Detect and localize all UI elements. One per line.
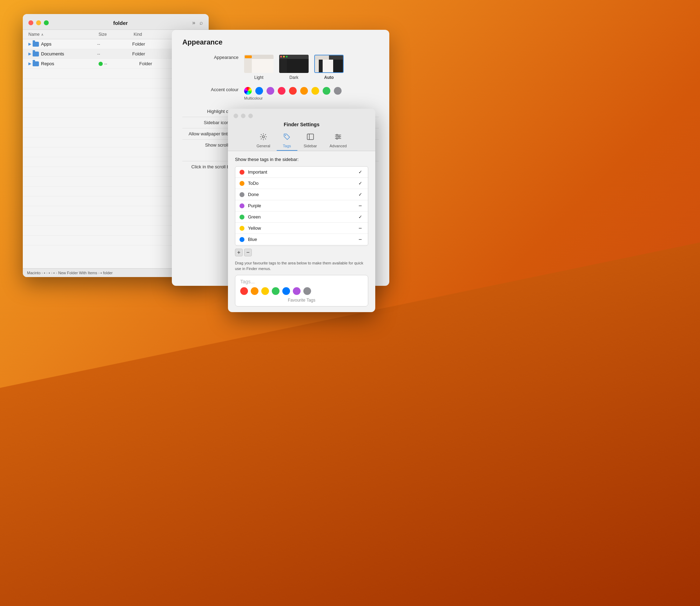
accent-colour-label: Accent colour (182, 87, 238, 92)
tab-sidebar[interactable]: Sidebar (297, 130, 323, 151)
breadcrumb-sep: › (46, 271, 48, 275)
settings-window-title: Finder Settings (234, 122, 370, 127)
list-item[interactable]: Done ✓ (235, 189, 368, 200)
appearance-mode-row: Appearance Light (182, 55, 379, 80)
search-icon[interactable]: ⌕ (200, 20, 203, 26)
favourite-tags-box: Tags... Favourite Tags (235, 275, 368, 307)
add-tag-button[interactable]: + (235, 249, 243, 256)
fav-dot-yellow[interactable] (261, 287, 269, 295)
svg-point-8 (338, 136, 340, 137)
fav-dot-red[interactable] (240, 287, 248, 295)
breadcrumb-folder-icon: ▪ (101, 271, 102, 275)
svg-rect-2 (307, 134, 314, 140)
dark-mode-thumbnail[interactable] (279, 55, 309, 73)
tag-color-dot (240, 192, 244, 197)
breadcrumb-sep: › (98, 271, 100, 275)
breadcrumb-item: New Folder With Items (58, 271, 97, 275)
status-badge (99, 62, 103, 66)
tab-tags[interactable]: Tags (277, 130, 297, 151)
settings-tabs: General Tags (234, 130, 370, 151)
tab-general-label: General (256, 144, 270, 148)
tab-advanced[interactable]: Advanced (323, 130, 353, 151)
tag-name-label: ToDo (248, 181, 357, 186)
fav-dot-gray[interactable] (303, 287, 311, 295)
mode-auto[interactable]: Auto (314, 55, 344, 80)
gray-circle[interactable] (334, 87, 342, 95)
favourite-color-circles (240, 287, 363, 295)
list-item[interactable]: Important ✓ (235, 167, 368, 178)
file-name: Documents (41, 51, 97, 56)
tag-name-label: Done (248, 192, 357, 197)
settings-body: Show these tags in the sidebar: Importan… (228, 151, 375, 312)
expand-chevron-icon: ▶ (28, 52, 31, 56)
name-column-header[interactable]: Name ∧ (28, 32, 99, 37)
auto-mode-thumbnail[interactable] (314, 55, 344, 73)
mode-light[interactable]: Light (244, 55, 274, 80)
purple-circle[interactable] (267, 87, 274, 95)
chevron-icon[interactable]: » (192, 20, 195, 26)
green-circle[interactable] (323, 87, 330, 95)
tags-controls: + − (235, 249, 368, 256)
close-button[interactable] (28, 20, 33, 25)
mode-dark[interactable]: Dark (279, 55, 309, 80)
mode-label-auto: Auto (324, 75, 334, 80)
yellow-circle[interactable] (311, 87, 319, 95)
tag-color-dot (240, 203, 244, 208)
multicolor-circle[interactable] (244, 87, 252, 95)
tag-name-label: Purple (248, 203, 357, 208)
pink-circle[interactable] (278, 87, 285, 95)
tags-section-title: Show these tags in the sidebar: (235, 157, 368, 162)
fav-dot-green[interactable] (272, 287, 280, 295)
breadcrumb-item: Macinto (27, 271, 41, 275)
list-item[interactable]: Yellow − (235, 223, 368, 234)
file-name: Apps (41, 41, 97, 47)
list-item[interactable]: Blue − (235, 234, 368, 245)
list-item (235, 245, 368, 246)
tag-name-label: Green (248, 214, 357, 220)
accent-colour-section: Multicolour (244, 87, 342, 100)
red-circle[interactable] (289, 87, 297, 95)
breadcrumb: Macinto › ▪ › ▪ › ▪ › New Folder With It… (27, 271, 113, 275)
tag-name-label: Blue (248, 237, 357, 242)
breadcrumb-sep: › (42, 271, 43, 275)
tab-general[interactable]: General (250, 130, 276, 151)
breadcrumb-folder-icon: ▪ (49, 271, 50, 275)
tag-dash-mark: − (357, 203, 364, 209)
fav-dot-blue[interactable] (282, 287, 290, 295)
svg-point-9 (336, 138, 338, 139)
finder-titlebar: folder » ⌕ (23, 14, 209, 30)
settings-minimize-button[interactable] (241, 114, 245, 118)
file-name: Repos (41, 61, 97, 66)
breadcrumb-folder-icon: ▪ (44, 271, 45, 275)
settings-fullscreen-button[interactable] (248, 114, 253, 118)
list-item[interactable]: Purple − (235, 200, 368, 211)
light-mode-thumbnail[interactable] (244, 55, 274, 73)
blue-circle[interactable] (255, 87, 263, 95)
tag-check-mark: ✓ (357, 192, 364, 197)
finder-settings-window: Finder Settings General (228, 109, 375, 312)
expand-chevron-icon: ▶ (28, 61, 31, 66)
breadcrumb-sep: › (56, 271, 57, 275)
folder-icon (33, 52, 39, 56)
tag-check-mark: ✓ (357, 169, 364, 175)
sidebar-icon (307, 133, 314, 142)
remove-tag-button[interactable]: − (244, 249, 252, 256)
sort-arrow-icon: ∧ (41, 33, 43, 36)
tag-color-dot (240, 181, 244, 186)
orange-circle[interactable] (300, 87, 308, 95)
tag-name-label: Important (248, 169, 357, 175)
tag-color-dot (240, 237, 244, 242)
appearance-window-title: Appearance (182, 38, 379, 46)
traffic-lights (28, 20, 49, 25)
settings-close-button[interactable] (234, 114, 238, 118)
list-item[interactable]: Green ✓ (235, 211, 368, 223)
svg-point-0 (262, 136, 264, 138)
fullscreen-button[interactable] (44, 20, 49, 25)
breadcrumb-folder-icon: ▪ (53, 271, 55, 275)
fav-dot-purple[interactable] (293, 287, 301, 295)
size-column-header[interactable]: Size (99, 32, 134, 37)
minimize-button[interactable] (36, 20, 41, 25)
list-item[interactable]: ToDo ✓ (235, 178, 368, 189)
fav-dot-orange[interactable] (251, 287, 258, 295)
finder-toolbar: » ⌕ (192, 20, 203, 26)
